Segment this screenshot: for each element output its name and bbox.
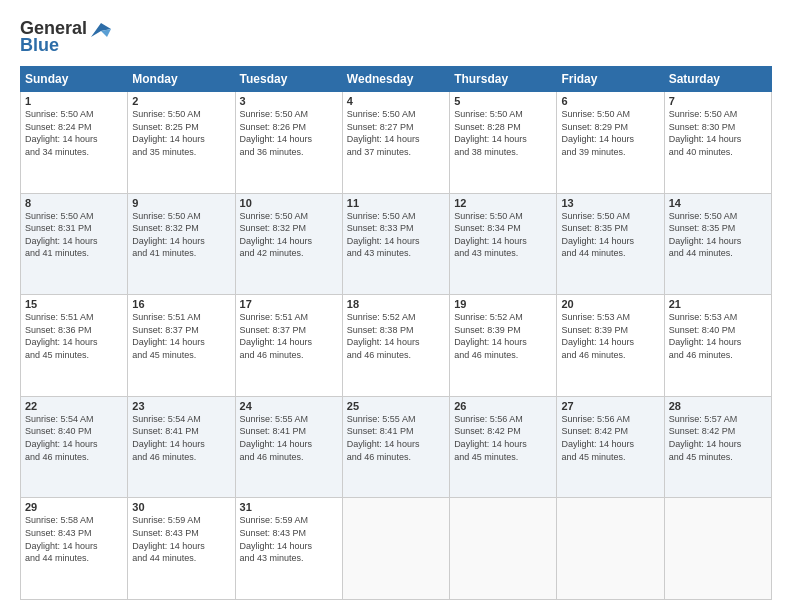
day-number: 2 [132, 95, 230, 107]
calendar-cell: 30Sunrise: 5:59 AM Sunset: 8:43 PM Dayli… [128, 498, 235, 600]
calendar-cell: 9Sunrise: 5:50 AM Sunset: 8:32 PM Daylig… [128, 193, 235, 295]
day-info: Sunrise: 5:50 AM Sunset: 8:31 PM Dayligh… [25, 210, 123, 260]
calendar-cell: 14Sunrise: 5:50 AM Sunset: 8:35 PM Dayli… [664, 193, 771, 295]
calendar-table: SundayMondayTuesdayWednesdayThursdayFrid… [20, 66, 772, 600]
weekday-header: Sunday [21, 67, 128, 92]
day-info: Sunrise: 5:57 AM Sunset: 8:42 PM Dayligh… [669, 413, 767, 463]
day-number: 11 [347, 197, 445, 209]
calendar-cell: 20Sunrise: 5:53 AM Sunset: 8:39 PM Dayli… [557, 295, 664, 397]
logo-blue: Blue [20, 35, 59, 56]
weekday-header: Friday [557, 67, 664, 92]
calendar-cell: 5Sunrise: 5:50 AM Sunset: 8:28 PM Daylig… [450, 92, 557, 194]
day-info: Sunrise: 5:59 AM Sunset: 8:43 PM Dayligh… [240, 514, 338, 564]
day-number: 8 [25, 197, 123, 209]
calendar-cell: 26Sunrise: 5:56 AM Sunset: 8:42 PM Dayli… [450, 396, 557, 498]
day-info: Sunrise: 5:50 AM Sunset: 8:28 PM Dayligh… [454, 108, 552, 158]
calendar-cell: 3Sunrise: 5:50 AM Sunset: 8:26 PM Daylig… [235, 92, 342, 194]
day-number: 19 [454, 298, 552, 310]
day-number: 15 [25, 298, 123, 310]
day-info: Sunrise: 5:53 AM Sunset: 8:39 PM Dayligh… [561, 311, 659, 361]
calendar-cell [342, 498, 449, 600]
calendar-cell: 12Sunrise: 5:50 AM Sunset: 8:34 PM Dayli… [450, 193, 557, 295]
calendar-cell: 13Sunrise: 5:50 AM Sunset: 8:35 PM Dayli… [557, 193, 664, 295]
day-info: Sunrise: 5:54 AM Sunset: 8:41 PM Dayligh… [132, 413, 230, 463]
day-number: 24 [240, 400, 338, 412]
day-number: 16 [132, 298, 230, 310]
day-info: Sunrise: 5:51 AM Sunset: 8:36 PM Dayligh… [25, 311, 123, 361]
day-info: Sunrise: 5:50 AM Sunset: 8:29 PM Dayligh… [561, 108, 659, 158]
calendar-cell: 27Sunrise: 5:56 AM Sunset: 8:42 PM Dayli… [557, 396, 664, 498]
calendar-cell: 24Sunrise: 5:55 AM Sunset: 8:41 PM Dayli… [235, 396, 342, 498]
calendar-cell: 7Sunrise: 5:50 AM Sunset: 8:30 PM Daylig… [664, 92, 771, 194]
calendar-cell: 23Sunrise: 5:54 AM Sunset: 8:41 PM Dayli… [128, 396, 235, 498]
calendar-cell: 18Sunrise: 5:52 AM Sunset: 8:38 PM Dayli… [342, 295, 449, 397]
day-number: 12 [454, 197, 552, 209]
day-number: 17 [240, 298, 338, 310]
weekday-header: Thursday [450, 67, 557, 92]
calendar-cell: 31Sunrise: 5:59 AM Sunset: 8:43 PM Dayli… [235, 498, 342, 600]
calendar-cell: 4Sunrise: 5:50 AM Sunset: 8:27 PM Daylig… [342, 92, 449, 194]
calendar-cell: 25Sunrise: 5:55 AM Sunset: 8:41 PM Dayli… [342, 396, 449, 498]
day-info: Sunrise: 5:52 AM Sunset: 8:38 PM Dayligh… [347, 311, 445, 361]
page: General Blue SundayMondayTuesdayWednesda… [0, 0, 792, 612]
day-number: 1 [25, 95, 123, 107]
day-info: Sunrise: 5:50 AM Sunset: 8:32 PM Dayligh… [240, 210, 338, 260]
day-info: Sunrise: 5:50 AM Sunset: 8:26 PM Dayligh… [240, 108, 338, 158]
day-number: 18 [347, 298, 445, 310]
day-number: 13 [561, 197, 659, 209]
calendar-cell: 16Sunrise: 5:51 AM Sunset: 8:37 PM Dayli… [128, 295, 235, 397]
day-info: Sunrise: 5:52 AM Sunset: 8:39 PM Dayligh… [454, 311, 552, 361]
weekday-header: Tuesday [235, 67, 342, 92]
day-info: Sunrise: 5:50 AM Sunset: 8:27 PM Dayligh… [347, 108, 445, 158]
day-number: 22 [25, 400, 123, 412]
day-number: 9 [132, 197, 230, 209]
calendar-cell: 29Sunrise: 5:58 AM Sunset: 8:43 PM Dayli… [21, 498, 128, 600]
calendar-cell: 15Sunrise: 5:51 AM Sunset: 8:36 PM Dayli… [21, 295, 128, 397]
calendar-cell [664, 498, 771, 600]
day-info: Sunrise: 5:50 AM Sunset: 8:30 PM Dayligh… [669, 108, 767, 158]
weekday-header: Saturday [664, 67, 771, 92]
day-info: Sunrise: 5:50 AM Sunset: 8:35 PM Dayligh… [561, 210, 659, 260]
day-info: Sunrise: 5:59 AM Sunset: 8:43 PM Dayligh… [132, 514, 230, 564]
day-info: Sunrise: 5:56 AM Sunset: 8:42 PM Dayligh… [454, 413, 552, 463]
day-number: 27 [561, 400, 659, 412]
day-number: 4 [347, 95, 445, 107]
calendar-cell [450, 498, 557, 600]
calendar-cell: 28Sunrise: 5:57 AM Sunset: 8:42 PM Dayli… [664, 396, 771, 498]
day-info: Sunrise: 5:53 AM Sunset: 8:40 PM Dayligh… [669, 311, 767, 361]
day-info: Sunrise: 5:56 AM Sunset: 8:42 PM Dayligh… [561, 413, 659, 463]
day-number: 6 [561, 95, 659, 107]
calendar-cell: 11Sunrise: 5:50 AM Sunset: 8:33 PM Dayli… [342, 193, 449, 295]
logo: General Blue [20, 18, 111, 56]
day-number: 25 [347, 400, 445, 412]
day-info: Sunrise: 5:50 AM Sunset: 8:24 PM Dayligh… [25, 108, 123, 158]
day-number: 21 [669, 298, 767, 310]
day-info: Sunrise: 5:50 AM Sunset: 8:34 PM Dayligh… [454, 210, 552, 260]
day-info: Sunrise: 5:50 AM Sunset: 8:32 PM Dayligh… [132, 210, 230, 260]
day-info: Sunrise: 5:58 AM Sunset: 8:43 PM Dayligh… [25, 514, 123, 564]
weekday-header: Wednesday [342, 67, 449, 92]
day-info: Sunrise: 5:50 AM Sunset: 8:35 PM Dayligh… [669, 210, 767, 260]
calendar-cell: 8Sunrise: 5:50 AM Sunset: 8:31 PM Daylig… [21, 193, 128, 295]
day-info: Sunrise: 5:51 AM Sunset: 8:37 PM Dayligh… [240, 311, 338, 361]
calendar-cell: 21Sunrise: 5:53 AM Sunset: 8:40 PM Dayli… [664, 295, 771, 397]
header: General Blue [20, 18, 772, 56]
day-number: 5 [454, 95, 552, 107]
day-number: 31 [240, 501, 338, 513]
day-info: Sunrise: 5:51 AM Sunset: 8:37 PM Dayligh… [132, 311, 230, 361]
calendar-cell: 10Sunrise: 5:50 AM Sunset: 8:32 PM Dayli… [235, 193, 342, 295]
day-info: Sunrise: 5:55 AM Sunset: 8:41 PM Dayligh… [240, 413, 338, 463]
day-info: Sunrise: 5:50 AM Sunset: 8:33 PM Dayligh… [347, 210, 445, 260]
calendar-cell [557, 498, 664, 600]
day-info: Sunrise: 5:50 AM Sunset: 8:25 PM Dayligh… [132, 108, 230, 158]
calendar-cell: 2Sunrise: 5:50 AM Sunset: 8:25 PM Daylig… [128, 92, 235, 194]
calendar-cell: 17Sunrise: 5:51 AM Sunset: 8:37 PM Dayli… [235, 295, 342, 397]
day-number: 7 [669, 95, 767, 107]
day-number: 10 [240, 197, 338, 209]
day-number: 23 [132, 400, 230, 412]
calendar-cell: 22Sunrise: 5:54 AM Sunset: 8:40 PM Dayli… [21, 396, 128, 498]
weekday-header: Monday [128, 67, 235, 92]
day-number: 20 [561, 298, 659, 310]
day-number: 14 [669, 197, 767, 209]
calendar-cell: 6Sunrise: 5:50 AM Sunset: 8:29 PM Daylig… [557, 92, 664, 194]
